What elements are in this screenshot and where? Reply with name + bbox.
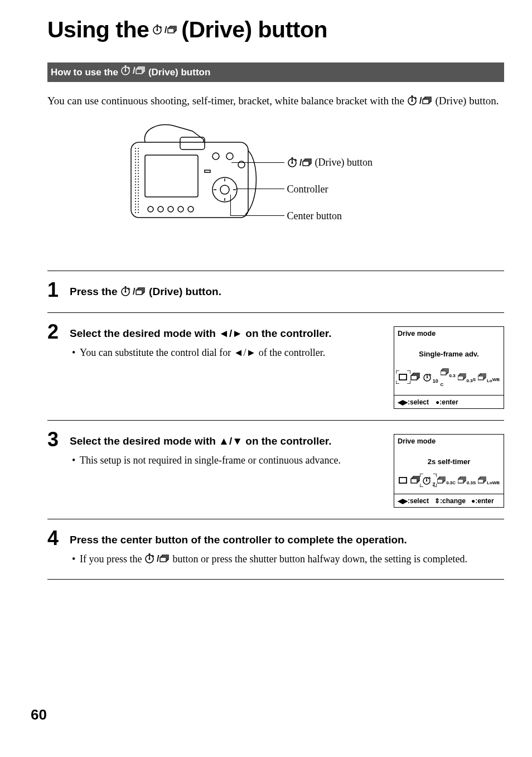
step-bullet: If you press the button or press the shu… <box>70 553 504 568</box>
camera-illustration <box>120 117 265 243</box>
drive-icon <box>144 553 170 568</box>
mode-wb-icon: LoWB <box>478 373 500 383</box>
mode-continuous-icon <box>410 373 420 384</box>
step-4: 4 Press the center button of the control… <box>47 528 504 568</box>
svg-point-36 <box>158 206 163 212</box>
lcd-screen-1: Drive mode Single-frame adv. 10 0.3C 0.3… <box>394 326 504 409</box>
step-number: 4 <box>47 528 64 568</box>
divider <box>47 312 504 313</box>
mode-timer-icon: 10 <box>423 373 438 384</box>
svg-rect-28 <box>145 155 198 197</box>
svg-point-37 <box>168 206 173 212</box>
drive-icon <box>120 286 146 301</box>
mode-continuous-icon <box>410 476 420 487</box>
step-number: 3 <box>47 430 64 508</box>
section-text-1: How to use the <box>51 67 118 78</box>
section-text-2: (Drive) button <box>148 67 210 78</box>
camera-diagram: (Drive) button Controller Center button <box>47 126 504 243</box>
mode-wb-icon: LoWB <box>478 476 500 486</box>
drive-icon <box>407 95 433 110</box>
mode-bracket-c-icon: 0.3C <box>437 476 456 486</box>
mode-single-icon <box>398 373 408 384</box>
page-title: Using the (Drive) button <box>47 17 504 43</box>
divider <box>47 271 504 271</box>
label-controller: Controller <box>287 184 328 195</box>
lcd-screen-2: Drive mode 2s self-timer 2 0.3C 0.3S LoW… <box>394 434 504 508</box>
step-1: 1 Press the (Drive) button. <box>47 280 504 301</box>
svg-point-31 <box>212 153 219 160</box>
title-text-2: (Drive) button <box>181 17 327 43</box>
svg-rect-27 <box>180 137 205 150</box>
svg-point-35 <box>148 206 153 212</box>
screen-footer: ◀▶:select ●:enter <box>394 395 504 408</box>
screen-icon-row: 2 0.3C 0.3S LoWB <box>394 469 504 494</box>
step-3: 3 Select the desired mode with ▲/▼ on th… <box>47 430 504 508</box>
page-number: 60 <box>31 706 47 724</box>
section-header: How to use the (Drive) button <box>47 62 504 82</box>
screen-icon-row: 10 0.3C 0.3S LoWB <box>394 361 504 395</box>
divider <box>47 579 504 580</box>
screen-mode-label: Single-frame adv. <box>394 340 504 361</box>
mode-bracket-c-icon: 0.3C <box>441 368 456 388</box>
title-text-1: Using the <box>47 17 149 43</box>
step-number: 1 <box>47 280 64 301</box>
step-number: 2 <box>47 322 64 409</box>
screen-mode-label: 2s self-timer <box>394 447 504 469</box>
drive-icon <box>120 65 146 79</box>
label-drive-button: (Drive) button <box>287 157 373 168</box>
step-bullet: This setup is not required in single-fra… <box>70 454 378 467</box>
svg-rect-34 <box>205 170 210 172</box>
step-heading: Select the desired mode with ◄/► on the … <box>70 326 378 341</box>
step-heading: Press the (Drive) button. <box>70 285 504 301</box>
screen-title: Drive mode <box>394 435 504 447</box>
screen-title: Drive mode <box>394 327 504 340</box>
drive-icon <box>287 157 313 168</box>
divider <box>47 420 504 421</box>
mode-bracket-s-icon: 0.3S <box>458 476 476 486</box>
step-heading: Press the center button of the controlle… <box>70 533 504 547</box>
drive-icon <box>152 25 178 36</box>
step-2: 2 Select the desired mode with ◄/► on th… <box>47 322 504 409</box>
svg-point-30 <box>220 185 229 194</box>
intro-text: You can use continuous shooting, self-ti… <box>47 94 504 110</box>
mode-bracket-s-icon: 0.3S <box>458 373 476 383</box>
label-center-button: Center button <box>287 210 342 222</box>
mode-single-icon <box>398 476 408 487</box>
mode-timer-icon: 2 <box>422 476 435 487</box>
svg-point-32 <box>226 153 233 160</box>
svg-point-39 <box>188 206 194 212</box>
step-heading: Select the desired mode with ▲/▼ on the … <box>70 434 378 449</box>
step-bullet: You can substitute the control dial for … <box>70 346 378 359</box>
screen-footer: ◀▶:select ⇕:change ●:enter <box>394 494 504 507</box>
divider <box>47 519 504 519</box>
svg-point-38 <box>178 206 183 212</box>
